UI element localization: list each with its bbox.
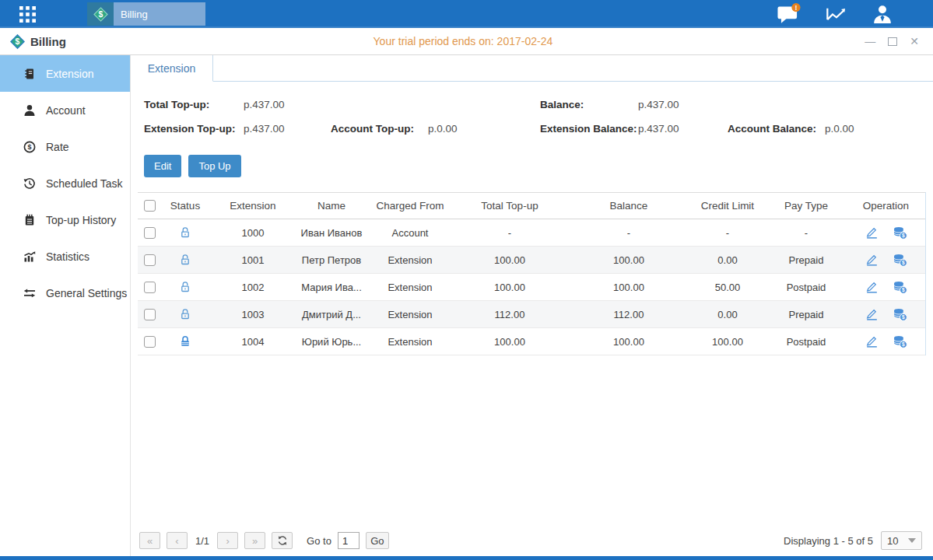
prev-page-button[interactable]: ‹ — [167, 532, 188, 549]
top-up-coins-icon[interactable]: $ — [893, 281, 907, 294]
refresh-icon — [277, 535, 288, 546]
sidebar-item-scheduled-task[interactable]: Scheduled Task — [0, 165, 130, 201]
dropdown-arrow-icon — [908, 538, 916, 543]
sidebar-item-label: Account — [46, 104, 86, 117]
edit-pencil-icon[interactable] — [865, 253, 879, 267]
row-checkbox[interactable] — [144, 227, 156, 239]
top-up-coins-icon[interactable]: $ — [893, 254, 907, 267]
first-page-button[interactable]: « — [139, 532, 160, 549]
account-topup-value: p.0.00 — [428, 123, 540, 135]
cell-balance: 112.00 — [566, 309, 692, 320]
billing-diamond-icon: $ — [87, 2, 114, 26]
billing-app-tab[interactable]: $ Billing — [87, 2, 205, 26]
cell-name: Дмитрий Д... — [296, 309, 367, 320]
edit-pencil-icon[interactable] — [865, 226, 879, 240]
top-up-button[interactable]: Top Up — [188, 155, 240, 177]
cell-name: Иван Иванов — [296, 227, 367, 239]
summary-panel: Total Top-up: p.437.00 Balance: p.437.00… — [131, 82, 933, 137]
cell-credit-limit: 0.00 — [692, 254, 763, 266]
svg-text:$: $ — [16, 37, 20, 46]
sidebar-item-extension[interactable]: Extension — [0, 55, 130, 92]
row-checkbox[interactable] — [144, 309, 156, 320]
edit-pencil-icon[interactable] — [865, 307, 879, 321]
stats-chart-icon — [23, 250, 36, 263]
minimize-icon[interactable]: — — [865, 36, 875, 47]
row-checkbox[interactable] — [144, 254, 156, 266]
cell-extension: 1004 — [209, 336, 296, 348]
table-row: 1001 Петр Петров Extension 100.00 100.00… — [138, 247, 925, 274]
goto-page-input[interactable] — [338, 532, 360, 549]
extension-balance-value: p.437.00 — [638, 123, 728, 135]
svg-text:$: $ — [902, 260, 905, 266]
col-extension: Extension — [209, 200, 296, 212]
cell-balance: 100.00 — [566, 254, 692, 266]
cell-pay-type: Postpaid — [763, 336, 849, 348]
app-grid-icon[interactable] — [0, 6, 54, 23]
cell-credit-limit: 0.00 — [692, 309, 763, 320]
cell-extension: 1003 — [209, 309, 296, 320]
last-page-button[interactable]: » — [244, 532, 265, 549]
col-charged-from: Charged From — [367, 200, 454, 212]
table-row: 1004 Юрий Юрь... Extension 100.00 100.00… — [138, 328, 925, 355]
resource-monitor-icon[interactable] — [825, 5, 849, 24]
top-up-coins-icon[interactable]: $ — [893, 335, 907, 348]
lock-status-icon — [179, 335, 191, 347]
table-row: 1002 Мария Ива... Extension 100.00 100.0… — [138, 274, 925, 301]
sidebar: Extension Account $ Rate — [0, 55, 131, 556]
cell-total-topup: 100.00 — [454, 336, 566, 348]
top-up-coins-icon[interactable]: $ — [893, 226, 907, 240]
col-pay-type: Pay Type — [763, 200, 849, 212]
user-account-icon[interactable] — [872, 5, 893, 23]
cell-balance: 100.00 — [566, 282, 692, 293]
sidebar-item-label: Statistics — [46, 250, 89, 263]
select-all-checkbox[interactable] — [144, 200, 156, 212]
ledger-icon — [23, 214, 36, 226]
sidebar-item-topup-history[interactable]: Top-up History — [0, 201, 130, 238]
cell-credit-limit: 50.00 — [692, 282, 763, 293]
page-size-select[interactable]: 10 — [881, 531, 922, 550]
cell-charged-from: Account — [367, 227, 454, 239]
window-bottom-border — [0, 556, 933, 560]
page-indicator: 1/1 — [195, 535, 209, 547]
close-icon[interactable]: ✕ — [910, 36, 919, 47]
svg-text:$: $ — [902, 287, 905, 293]
svg-text:$: $ — [902, 341, 905, 348]
edit-pencil-icon[interactable] — [865, 280, 879, 294]
balance-label: Balance: — [540, 99, 638, 110]
table-row: 1000 Иван Иванов Account - - - - — [138, 219, 925, 247]
cell-extension: 1001 — [209, 254, 296, 266]
svg-text:$: $ — [902, 233, 905, 239]
sidebar-item-label: Scheduled Task — [46, 177, 123, 190]
go-button[interactable]: Go — [366, 532, 389, 549]
col-total-topup: Total Top-up — [454, 200, 566, 212]
edit-button[interactable]: Edit — [144, 155, 181, 177]
maximize-icon[interactable] — [888, 37, 897, 46]
row-checkbox[interactable] — [144, 336, 156, 348]
sidebar-item-general-settings[interactable]: General Settings — [0, 275, 130, 311]
sidebar-item-label: General Settings — [46, 287, 127, 299]
history-clock-icon — [23, 177, 36, 190]
tab-strip: Extension — [131, 55, 933, 82]
svg-text:$: $ — [27, 143, 31, 151]
cell-total-topup: 100.00 — [454, 282, 566, 293]
cell-pay-type: Prepaid — [763, 309, 849, 320]
svg-text:!: ! — [794, 4, 797, 12]
sidebar-item-statistics[interactable]: Statistics — [0, 238, 130, 275]
next-page-button[interactable]: › — [217, 532, 238, 549]
sidebar-item-account[interactable]: Account — [0, 92, 130, 128]
lock-status-icon — [179, 226, 191, 238]
messages-icon[interactable]: ! — [777, 3, 801, 25]
cell-name: Петр Петров — [296, 254, 367, 266]
refresh-button[interactable] — [272, 532, 293, 549]
cell-credit-limit: 100.00 — [692, 336, 763, 348]
billing-diamond-icon-small: $ — [10, 34, 25, 49]
top-up-coins-icon[interactable]: $ — [893, 308, 907, 321]
col-status: Status — [161, 200, 209, 212]
cell-extension: 1002 — [209, 282, 296, 293]
row-checkbox[interactable] — [144, 282, 156, 293]
cell-name: Мария Ива... — [296, 282, 367, 293]
sidebar-item-rate[interactable]: $ Rate — [0, 128, 130, 165]
cell-credit-limit: - — [692, 227, 763, 239]
edit-pencil-icon[interactable] — [865, 334, 879, 348]
tab-extension[interactable]: Extension — [131, 55, 213, 82]
